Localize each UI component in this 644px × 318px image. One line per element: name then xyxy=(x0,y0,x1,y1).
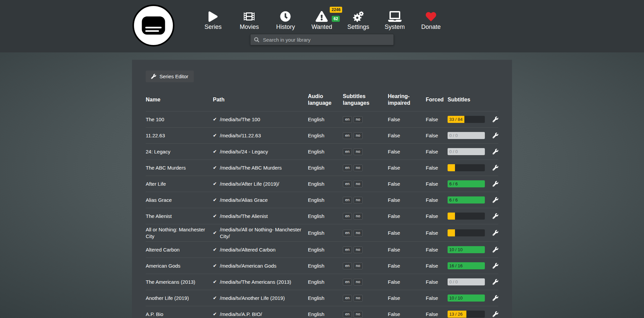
series-path: ✔ /media/tv/Another Life (2019) xyxy=(213,295,308,302)
subtitles-languages-cell: enno xyxy=(343,148,388,155)
table-row: Altered Carbon ✔ /media/tv/Altered Carbo… xyxy=(146,241,498,258)
play-icon xyxy=(209,10,218,23)
check-icon: ✔ xyxy=(213,197,217,203)
language-badge: no xyxy=(354,263,363,269)
edit-series-button[interactable] xyxy=(493,295,498,301)
table-row: American Gods ✔ /media/tv/American Gods … xyxy=(146,258,498,274)
nav-wanted[interactable]: 2246 62 Wanted xyxy=(311,10,332,31)
search-input[interactable] xyxy=(262,37,390,43)
series-name: The Alienist xyxy=(146,213,213,220)
forced-value: False xyxy=(426,230,448,236)
content-panel: Series Editor Name Path Audio language S… xyxy=(132,60,512,318)
table-row: All or Nothing: Manchester City ✔ /media… xyxy=(146,224,498,241)
edit-series-button[interactable] xyxy=(493,133,498,138)
audio-language-value: English xyxy=(308,311,343,317)
subtitles-progress-label: 6 / 6 xyxy=(449,181,458,186)
series-editor-label: Series Editor xyxy=(159,74,188,79)
series-path: ✔ /media/tv/The Alienist xyxy=(213,213,308,220)
subtitles-languages-cell: enno xyxy=(343,294,388,302)
edit-series-button[interactable] xyxy=(493,263,498,269)
series-path-text: /media/tv/24 - Legacy xyxy=(220,148,268,155)
check-icon: ✔ xyxy=(213,246,217,253)
column-header-hearing-impaired: Hearing-impaired xyxy=(388,93,426,106)
forced-value: False xyxy=(426,247,448,253)
subtitles-progress: 10 / 10 xyxy=(448,294,485,302)
series-name: All or Nothing: Manchester City xyxy=(146,226,213,239)
language-badge: en xyxy=(343,148,352,155)
language-badge: en xyxy=(343,246,352,253)
column-header-name: Name xyxy=(146,96,213,103)
nav-settings[interactable]: Settings xyxy=(347,10,369,31)
nav-history[interactable]: History xyxy=(275,10,296,31)
subtitles-progress-label: 33 / 84 xyxy=(449,117,463,122)
search-bar xyxy=(250,34,394,45)
check-icon: ✔ xyxy=(213,230,217,236)
forced-value: False xyxy=(426,197,448,203)
subtitles-progress-fill xyxy=(448,213,455,220)
subtitles-progress xyxy=(448,164,485,171)
edit-series-button[interactable] xyxy=(493,181,498,187)
table-row: The ABC Murders ✔ /media/tv/The ABC Murd… xyxy=(146,160,498,176)
nav-system[interactable]: System xyxy=(384,10,406,31)
column-header-subtitles: Subtitles xyxy=(448,96,490,103)
language-badge: en xyxy=(343,279,352,285)
nav-movies[interactable]: Movies xyxy=(238,10,260,31)
edit-series-button[interactable] xyxy=(493,311,498,317)
series-name: A.P. Bio xyxy=(146,311,213,318)
series-table-body: The 100 ✔ /media/tv/The 100 English enno… xyxy=(146,111,498,318)
subtitles-progress-fill: 33 / 84 xyxy=(448,116,464,123)
series-editor-button[interactable]: Series Editor xyxy=(146,71,194,82)
searching-count-badge: 62 xyxy=(332,16,339,22)
series-path: ✔ /media/tv/American Gods xyxy=(213,263,308,269)
audio-language-value: English xyxy=(308,279,343,285)
forced-value: False xyxy=(426,279,448,285)
check-icon: ✔ xyxy=(213,213,217,219)
column-header-path: Path xyxy=(213,96,308,103)
language-badge: no xyxy=(354,246,363,253)
hearing-impaired-value: False xyxy=(388,247,426,253)
language-badge: no xyxy=(354,279,363,285)
subtitles-progress-label: 0 / 0 xyxy=(449,133,458,138)
hearing-impaired-value: False xyxy=(388,181,426,187)
edit-series-button[interactable] xyxy=(493,213,498,219)
subtitles-progress-label: 13 / 26 xyxy=(449,312,463,317)
app-logo[interactable] xyxy=(132,4,175,47)
nav-history-label: History xyxy=(276,24,295,31)
hearing-impaired-value: False xyxy=(388,230,426,236)
language-badge: en xyxy=(343,230,352,236)
series-name: 11.22.63 xyxy=(146,132,213,139)
series-path-text: /media/tv/Alias Grace xyxy=(220,197,268,203)
edit-series-button[interactable] xyxy=(493,197,498,203)
table-row: 11.22.63 ✔ /media/tv/11.22.63 English en… xyxy=(146,127,498,143)
nav-series[interactable]: Series xyxy=(202,10,224,31)
series-table: Name Path Audio language Subtitles langu… xyxy=(146,91,498,318)
edit-series-button[interactable] xyxy=(493,230,498,236)
forced-value: False xyxy=(426,133,448,138)
table-row: The Alienist ✔ /media/tv/The Alienist En… xyxy=(146,208,498,224)
edit-series-button[interactable] xyxy=(493,279,498,285)
nav-donate[interactable]: Donate xyxy=(420,10,442,31)
check-icon: ✔ xyxy=(213,165,217,171)
nav-movies-label: Movies xyxy=(240,24,259,31)
series-path-text: /media/tv/The Alienist xyxy=(220,213,268,220)
edit-series-button[interactable] xyxy=(493,247,498,253)
subtitles-progress: 0 / 0 xyxy=(448,278,485,285)
check-icon: ✔ xyxy=(213,132,217,138)
series-name: American Gods xyxy=(146,263,213,269)
column-header-forced: Forced xyxy=(426,96,448,103)
nav-settings-label: Settings xyxy=(347,24,369,31)
audio-language-value: English xyxy=(308,181,343,187)
subtitles-progress xyxy=(448,213,485,220)
subtitles-progress-label: 0 / 0 xyxy=(449,149,458,154)
language-badge: no xyxy=(354,311,363,318)
series-name: 24: Legacy xyxy=(146,148,213,155)
wrench-icon xyxy=(151,74,156,79)
series-name: Alias Grace xyxy=(146,197,213,203)
series-name: The 100 xyxy=(146,116,213,123)
edit-series-button[interactable] xyxy=(493,149,498,154)
hearing-impaired-value: False xyxy=(388,149,426,154)
hearing-impaired-value: False xyxy=(388,279,426,285)
edit-series-button[interactable] xyxy=(493,165,498,171)
subtitles-progress-fill xyxy=(448,164,455,171)
edit-series-button[interactable] xyxy=(493,117,498,122)
